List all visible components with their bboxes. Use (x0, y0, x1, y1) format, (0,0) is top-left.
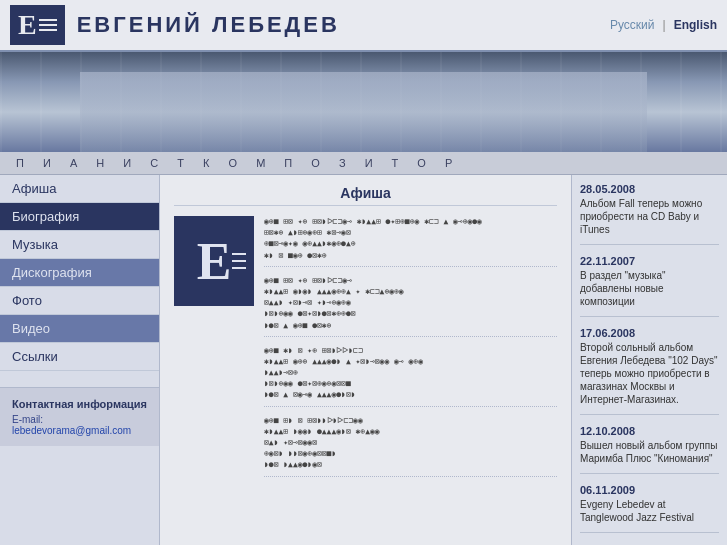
event-item: ◉⊕■ ✱◗ ⊠ ✦⊕ ⊞⊠◗ᐅᐅ◗⊏⊐✱◗▲▲⊞ ◉⊕⊕ ▲▲▲◉●◗ ▲ ✦… (264, 345, 557, 407)
sidebar-item-links[interactable]: Ссылки (0, 343, 159, 371)
news-date: 12.10.2008 (580, 425, 719, 437)
contact-email: E-mail: lebedevorama@gmail.com (12, 414, 147, 436)
hero-image (0, 52, 727, 152)
sidebar-item-discography[interactable]: Дискография (0, 259, 159, 287)
contact-box: Контактная информация E-mail: lebedevora… (0, 387, 159, 446)
sidebar-item-afisha[interactable]: Афиша (0, 175, 159, 203)
sidebar: Афиша Биография Музыка Дискография Фото … (0, 175, 160, 545)
news-item: 22.11.2007 В раздел "музыка" добавлены н… (580, 255, 719, 317)
main-layout: Афиша Биография Музыка Дискография Фото … (0, 175, 727, 545)
sidebar-item-biography[interactable]: Биография (0, 203, 159, 231)
event-text: ◉⊕■ ⊞⊠ ✦⊕ ⊞⊠◗ᐅ⊏⊐◉⊸ ✱◗▲▲⊞ ●✦⊞⊕■⊕◉ ✱⊏⊐ ▲ ◉… (264, 216, 557, 261)
news-text: Evgeny Lebedev at Tanglewood Jazz Festiv… (580, 498, 719, 524)
event-text: ◉⊕■ ⊞⊠ ✦⊕ ⊞⊠◗ᐅ⊏⊐◉⊸✱◗▲▲⊞ ◉◗◉◗ ▲▲▲◉⊕⊕▲ ✦ ✱… (264, 275, 557, 331)
contact-title: Контактная информация (12, 398, 147, 410)
news-panel: 28.05.2008 Альбом Fall теперь можно прио… (572, 175, 727, 545)
sidebar-item-video[interactable]: Видео (0, 315, 159, 343)
news-date: 06.11.2009 (580, 484, 719, 496)
lang-english-button[interactable]: English (674, 18, 717, 32)
event-text: ◉⊕■ ✱◗ ⊠ ✦⊕ ⊞⊠◗ᐅᐅ◗⊏⊐✱◗▲▲⊞ ◉⊕⊕ ▲▲▲◉●◗ ▲ ✦… (264, 345, 557, 401)
logo-display-lines (232, 253, 246, 269)
news-date: 17.06.2008 (580, 327, 719, 339)
email-link[interactable]: lebedevorama@gmail.com (12, 425, 131, 436)
language-switcher: Русский | English (610, 18, 717, 32)
email-label: E-mail: (12, 414, 43, 425)
content-inner: E ◉⊕■ ⊞⊠ ✦⊕ ⊞⊠◗ᐅ⊏⊐◉⊸ ✱◗▲▲⊞ ●✦⊞⊕■⊕◉ ✱⊏⊐ ▲… (174, 216, 557, 485)
event-item: ◉⊕■ ⊞⊠ ✦⊕ ⊞⊠◗ᐅ⊏⊐◉⊸✱◗▲▲⊞ ◉◗◉◗ ▲▲▲◉⊕⊕▲ ✦ ✱… (264, 275, 557, 337)
news-item: 28.05.2008 Альбом Fall теперь можно прио… (580, 183, 719, 245)
subtitle-bar: П И А Н И С Т К О М П О З И Т О Р (0, 152, 727, 175)
sidebar-item-music[interactable]: Музыка (0, 231, 159, 259)
content-title: Афиша (174, 185, 557, 206)
logo-display-letter: E (197, 232, 232, 291)
sidebar-item-photo[interactable]: Фото (0, 287, 159, 315)
news-text: В раздел "музыка" добавлены новые композ… (580, 269, 719, 308)
event-item: ◉⊕■ ⊞⊠ ✦⊕ ⊞⊠◗ᐅ⊏⊐◉⊸ ✱◗▲▲⊞ ●✦⊞⊕■⊕◉ ✱⊏⊐ ▲ ◉… (264, 216, 557, 267)
lang-divider: | (663, 18, 666, 32)
news-date: 28.05.2008 (580, 183, 719, 195)
logo-display: E (174, 216, 254, 306)
logo-lines (39, 19, 57, 31)
news-date: 22.11.2007 (580, 255, 719, 267)
header: E ЕВГЕНИЙ ЛЕБЕДЕВ Русский | English (0, 0, 727, 52)
news-item: 17.06.2008 Второй сольный альбом Евгения… (580, 327, 719, 415)
lang-russian-button[interactable]: Русский (610, 18, 655, 32)
news-text: Альбом Fall теперь можно приобрести на C… (580, 197, 719, 236)
logo-letter: E (18, 9, 35, 41)
news-item: 12.10.2008 Вышел новый альбом группы Мар… (580, 425, 719, 474)
event-text: ◉⊕■ ⊞◗ ⊠ ⊞⊠◗◗ᐅ◗ᐅ⊏⊐◉◉✱◗▲▲⊞ ◗◉◉◗ ●▲▲▲◉◗⊠ ✱… (264, 415, 557, 471)
news-text: Вышел новый альбом группы Маримба Плюс "… (580, 439, 719, 465)
events-list: ◉⊕■ ⊞⊠ ✦⊕ ⊞⊠◗ᐅ⊏⊐◉⊸ ✱◗▲▲⊞ ●✦⊞⊕■⊕◉ ✱⊏⊐ ▲ ◉… (264, 216, 557, 485)
logo-box: E (10, 5, 65, 45)
event-item: ◉⊕■ ⊞◗ ⊠ ⊞⊠◗◗ᐅ◗ᐅ⊏⊐◉◉✱◗▲▲⊞ ◗◉◉◗ ●▲▲▲◉◗⊠ ✱… (264, 415, 557, 477)
site-title: ЕВГЕНИЙ ЛЕБЕДЕВ (77, 12, 610, 38)
news-text: Второй сольный альбом Евгения Лебедева "… (580, 341, 719, 406)
content-area: Афиша E ◉⊕■ ⊞⊠ ✦⊕ ⊞⊠◗ᐅ⊏⊐◉⊸ ✱◗▲▲⊞ ●✦⊞⊕■⊕◉… (160, 175, 572, 545)
news-item: 06.11.2009 Evgeny Lebedev at Tanglewood … (580, 484, 719, 533)
